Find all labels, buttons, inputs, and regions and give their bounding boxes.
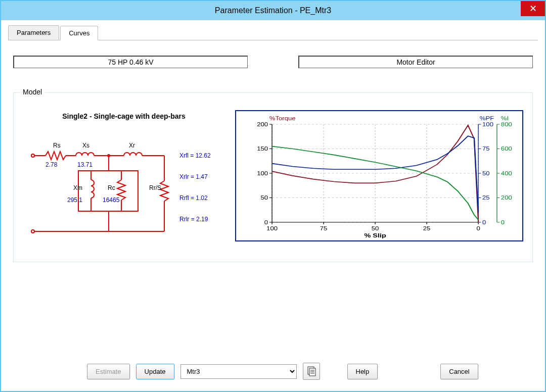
info-row: 75 HP 0.46 kV Motor Editor	[13, 56, 533, 68]
value-rs: 2.78	[46, 161, 58, 168]
svg-text:600: 600	[501, 146, 513, 152]
close-button[interactable]: ✕	[521, 1, 545, 16]
value-xrlr: Xrlr = 1.47	[179, 173, 208, 180]
svg-point-0	[31, 154, 34, 157]
client-area: Parameters Curves 75 HP 0.46 kV Motor Ed…	[1, 20, 545, 269]
label-rrs: Rr/S	[149, 184, 161, 191]
label-xm: Xm	[73, 184, 82, 191]
model-body: Single2 - Single-cage with deep-bars	[23, 105, 523, 241]
titlebar: Parameter Estimation - PE_Mtr3 ✕	[1, 1, 545, 20]
label-xr: Xr	[129, 142, 135, 149]
svg-text:200: 200	[501, 195, 513, 201]
svg-text:%I: %I	[501, 116, 509, 121]
window: Parameter Estimation - PE_Mtr3 ✕ Paramet…	[0, 0, 546, 392]
motor-select[interactable]: Mtr3	[180, 364, 297, 379]
tab-parameters[interactable]: Parameters	[8, 25, 59, 40]
svg-point-17	[31, 230, 34, 233]
svg-text:75: 75	[482, 146, 490, 152]
svg-text:%Torque: %Torque	[269, 116, 296, 121]
svg-text:0: 0	[482, 220, 486, 225]
report-icon	[306, 366, 316, 376]
label-xs: Xs	[82, 142, 89, 149]
svg-text:0: 0	[476, 226, 480, 231]
value-xrfl: Xrfl = 12.62	[179, 152, 211, 159]
svg-text:50: 50	[372, 226, 379, 231]
cancel-button[interactable]: Cancel	[440, 364, 478, 379]
circuit-diagram: Rs Xs Xr 2.78 13.71 Xm Rc Rr/S 295.1 164…	[23, 125, 225, 241]
chart-column: 0501001502001007550250025507510002004006…	[235, 105, 523, 241]
value-rc: 16465	[103, 197, 120, 204]
svg-text:50: 50	[482, 171, 490, 176]
editor-box: Motor Editor	[298, 56, 533, 68]
svg-text:800: 800	[501, 122, 513, 127]
chart-box: 0501001502001007550250025507510002004006…	[235, 110, 523, 241]
model-group: Model Single2 - Single-cage with deep-ba…	[13, 92, 533, 262]
model-legend: Model	[20, 88, 45, 96]
tab-strip: Parameters Curves	[8, 25, 538, 40]
svg-text:0: 0	[501, 220, 505, 225]
estimate-button: Estimate	[87, 364, 130, 379]
circuit-column: Single2 - Single-cage with deep-bars	[23, 105, 225, 241]
button-bar: Estimate Update Mtr3 Help Cancel	[1, 363, 545, 380]
report-button[interactable]	[303, 363, 320, 380]
svg-text:100: 100	[266, 226, 278, 231]
chart-plot: 0501001502001007550250025507510002004006…	[236, 111, 522, 240]
svg-text:200: 200	[257, 122, 268, 127]
svg-text:75: 75	[320, 226, 328, 231]
circuit-title: Single2 - Single-cage with deep-bars	[23, 112, 225, 120]
value-xs: 13.71	[77, 161, 93, 168]
svg-text:100: 100	[257, 171, 268, 176]
value-rrlr: Rrlr = 2.19	[179, 216, 208, 223]
svg-text:% Slip: % Slip	[364, 232, 386, 239]
close-icon: ✕	[529, 4, 537, 13]
help-button[interactable]: Help	[347, 364, 378, 379]
svg-text:0: 0	[264, 220, 268, 225]
update-button[interactable]: Update	[136, 364, 174, 379]
svg-text:400: 400	[501, 171, 513, 176]
svg-text:25: 25	[482, 195, 490, 201]
tab-curves[interactable]: Curves	[60, 26, 98, 40]
value-rrfl: Rrfl = 1.02	[179, 194, 208, 202]
svg-text:100: 100	[482, 122, 494, 127]
svg-text:%PF: %PF	[480, 116, 494, 121]
rating-box: 75 HP 0.46 kV	[13, 56, 248, 68]
label-rc: Rc	[108, 184, 115, 191]
svg-text:25: 25	[423, 226, 431, 231]
window-title: Parameter Estimation - PE_Mtr3	[215, 6, 331, 15]
svg-text:150: 150	[257, 146, 268, 152]
label-rs: Rs	[53, 142, 61, 149]
svg-text:50: 50	[261, 195, 268, 201]
value-xm: 295.1	[67, 197, 82, 204]
